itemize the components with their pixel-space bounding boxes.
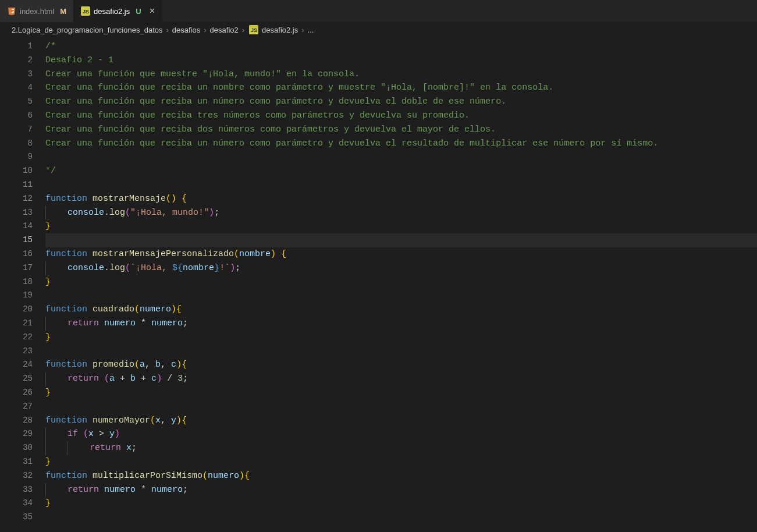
code-line[interactable]: Crear una función que reciba un número c… <box>45 95 757 109</box>
code-line[interactable] <box>45 345 757 359</box>
js-file-icon: JS <box>249 25 258 34</box>
svg-text:JS: JS <box>251 27 257 33</box>
breadcrumb[interactable]: 2.Logica_de_programacion_funciones_datos… <box>0 22 757 37</box>
js-file-icon: JS <box>81 6 90 16</box>
breadcrumb-segment[interactable]: desafio2 <box>210 26 239 34</box>
line-number: 28 <box>0 414 33 428</box>
line-number: 3 <box>0 68 33 81</box>
breadcrumb-segment[interactable]: 2.Logica_de_programacion_funciones_datos <box>12 26 162 34</box>
code-line[interactable]: return numero * numero; <box>45 483 757 497</box>
line-number: 21 <box>0 317 33 331</box>
line-number: 34 <box>0 496 33 510</box>
line-number: 31 <box>0 455 33 469</box>
line-number: 17 <box>0 261 33 275</box>
code-line[interactable]: if (x > y) <box>45 427 757 441</box>
line-number: 1 <box>0 40 33 54</box>
code-line[interactable]: } <box>45 275 757 289</box>
line-number-gutter: 1234567891011121314151617181920212223242… <box>0 37 45 532</box>
git-modified-badge: M <box>60 7 66 16</box>
line-number: 25 <box>0 372 33 386</box>
line-number: 32 <box>0 469 33 483</box>
code-line[interactable]: Crear una función que reciba tres número… <box>45 109 757 123</box>
line-number: 7 <box>0 123 33 137</box>
code-line[interactable]: console.log(`¡Hola, ${nombre}!`); <box>45 261 757 275</box>
line-number: 29 <box>0 427 33 441</box>
line-number: 20 <box>0 303 33 317</box>
chevron-right-icon: › <box>242 26 244 34</box>
line-number: 12 <box>0 192 33 206</box>
code-line[interactable]: } <box>45 219 757 233</box>
code-line[interactable] <box>45 233 757 247</box>
tab-index-html[interactable]: index.htmlM <box>0 0 74 22</box>
line-number: 18 <box>0 275 33 289</box>
code-line[interactable]: Crear una función que reciba dos números… <box>45 123 757 137</box>
code-line[interactable]: Crear una función que reciba un nombre c… <box>45 81 757 95</box>
line-number: 16 <box>0 247 33 261</box>
line-number: 2 <box>0 54 33 68</box>
tab-label: index.html <box>20 7 54 16</box>
code-line[interactable]: Desafio 2 - 1 <box>45 54 757 68</box>
code-line[interactable] <box>45 150 757 164</box>
code-line[interactable] <box>45 400 757 414</box>
line-number: 24 <box>0 358 33 372</box>
breadcrumb-file[interactable]: desafio2.js <box>262 26 298 34</box>
code-line[interactable] <box>45 510 757 524</box>
close-icon[interactable]: × <box>150 6 155 16</box>
line-number: 33 <box>0 483 33 497</box>
line-number: 23 <box>0 345 33 359</box>
line-number: 9 <box>0 150 33 164</box>
line-number: 19 <box>0 289 33 303</box>
breadcrumb-segment[interactable]: desafios <box>172 26 200 34</box>
code-line[interactable]: console.log("¡Hola, mundo!"); <box>45 206 757 220</box>
svg-text:JS: JS <box>83 9 89 15</box>
code-editor[interactable]: 1234567891011121314151617181920212223242… <box>0 37 757 532</box>
chevron-right-icon: › <box>204 26 206 34</box>
code-line[interactable] <box>45 178 757 192</box>
code-line[interactable]: function promedio(a, b, c){ <box>45 358 757 372</box>
code-line[interactable]: function numeroMayor(x, y){ <box>45 414 757 428</box>
code-line[interactable]: } <box>45 331 757 345</box>
breadcrumb-ellipsis[interactable]: ... <box>308 26 314 34</box>
tab-desafio2-js[interactable]: JSdesafio2.jsU× <box>74 0 162 22</box>
line-number: 15 <box>0 233 33 247</box>
code-line[interactable]: Crear una función que muestre "¡Hola, mu… <box>45 68 757 81</box>
line-number: 8 <box>0 137 33 151</box>
code-line[interactable]: function mostrarMensaje() { <box>45 192 757 206</box>
git-untracked-badge: U <box>136 7 141 16</box>
js-file-icon: JS <box>249 25 258 34</box>
line-number: 11 <box>0 178 33 192</box>
code-line[interactable]: /* <box>45 40 757 54</box>
line-number: 13 <box>0 206 33 220</box>
line-number: 4 <box>0 81 33 95</box>
line-number: 22 <box>0 331 33 345</box>
line-number: 30 <box>0 441 33 455</box>
code-content[interactable]: /*Desafio 2 - 1Crear una función que mue… <box>45 37 757 532</box>
line-number: 5 <box>0 95 33 109</box>
tab-label: desafio2.js <box>94 7 130 16</box>
line-number: 35 <box>0 510 33 524</box>
code-line[interactable]: } <box>45 496 757 510</box>
html-file-icon <box>7 6 16 16</box>
js-file-icon: JS <box>81 6 90 16</box>
code-line[interactable]: } <box>45 455 757 469</box>
line-number: 10 <box>0 164 33 178</box>
editor-tabs: index.htmlMJSdesafio2.jsU× <box>0 0 757 22</box>
code-line[interactable]: return x; <box>45 441 757 455</box>
code-line[interactable]: return numero * numero; <box>45 317 757 331</box>
code-line[interactable]: return (a + b + c) / 3; <box>45 372 757 386</box>
code-line[interactable]: function cuadrado(numero){ <box>45 303 757 317</box>
line-number: 14 <box>0 219 33 233</box>
line-number: 6 <box>0 109 33 123</box>
line-number: 27 <box>0 400 33 414</box>
line-number: 26 <box>0 386 33 400</box>
code-line[interactable]: function multiplicarPorSiMismo(numero){ <box>45 469 757 483</box>
code-line[interactable]: function mostrarMensajePersonalizado(nom… <box>45 247 757 261</box>
code-line[interactable] <box>45 289 757 303</box>
code-line[interactable]: */ <box>45 164 757 178</box>
chevron-right-icon: › <box>166 26 168 34</box>
html-file-icon <box>7 6 16 16</box>
chevron-right-icon: › <box>301 26 304 34</box>
code-line[interactable]: Crear una función que reciba un número c… <box>45 137 757 151</box>
code-line[interactable]: } <box>45 386 757 400</box>
